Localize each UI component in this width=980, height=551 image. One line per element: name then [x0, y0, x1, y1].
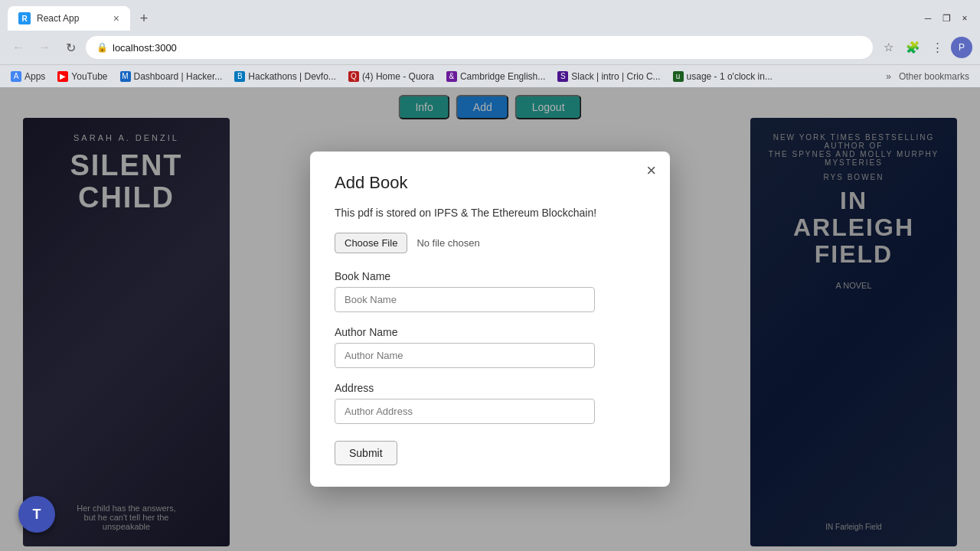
file-status-text: No file chosen [416, 237, 479, 249]
bookmarks-bar: A Apps ▶ YouTube M Dashboard | Hacker...… [0, 64, 980, 87]
bookmarks-more-button[interactable]: » [886, 71, 891, 82]
address-input[interactable] [335, 399, 595, 424]
bookmark-usage[interactable]: u usage - 1 o'clock in... [668, 70, 777, 83]
slack-bookmark-label: Slack | intro | Crio C... [571, 71, 660, 82]
refresh-button[interactable]: ↻ [60, 37, 81, 58]
youtube-bookmark-label: YouTube [71, 71, 107, 82]
other-bookmarks-button[interactable]: Other bookmarks [894, 70, 974, 83]
cambridge-bookmark-label: Cambridge English... [460, 71, 545, 82]
address-bar: ← → ↻ 🔒 localhost:3000 ☆ 🧩 ⋮ P [0, 31, 980, 64]
slack-bookmark-icon: S [557, 71, 568, 82]
browser-actions: ☆ 🧩 ⋮ P [877, 37, 972, 58]
title-bar: R React App × + ─ ❐ × [0, 0, 980, 31]
apps-bookmark-icon: A [11, 71, 21, 82]
author-name-input[interactable] [335, 343, 595, 368]
usage-bookmark-label: usage - 1 o'clock in... [687, 71, 773, 82]
quora-bookmark-label: (4) Home - Quora [362, 71, 434, 82]
quora-bookmark-icon: Q [348, 71, 359, 82]
star-icon[interactable]: ☆ [877, 37, 899, 58]
tab-favicon: R [18, 12, 31, 24]
address-label: Address [335, 382, 645, 394]
modal-overlay: Add Book × This pdf is stored on IPFS & … [0, 87, 980, 551]
book-name-input[interactable] [335, 287, 595, 312]
usage-bookmark-icon: u [673, 71, 684, 82]
bookmark-cambridge[interactable]: & Cambridge English... [442, 70, 550, 83]
floating-action-button[interactable]: T [18, 496, 55, 533]
window-controls: ─ ❐ × [920, 11, 972, 26]
modal-title: Add Book [335, 173, 645, 193]
author-name-label: Author Name [335, 326, 645, 338]
author-name-group: Author Name [335, 326, 645, 368]
bookmark-dashboard[interactable]: M Dashboard | Hacker... [116, 70, 227, 83]
hackathons-bookmark-label: Hackathons | Devfo... [248, 71, 336, 82]
url-bar[interactable]: 🔒 localhost:3000 [86, 36, 873, 59]
bookmark-apps[interactable]: A Apps [6, 70, 50, 83]
back-button[interactable]: ← [8, 37, 29, 58]
forward-button[interactable]: → [34, 37, 55, 58]
minimize-button[interactable]: ─ [920, 11, 936, 26]
maximize-button[interactable]: ❐ [939, 11, 954, 26]
address-group: Address [335, 382, 645, 424]
file-upload-row: Choose File No file chosen [335, 233, 645, 253]
browser-chrome: R React App × + ─ ❐ × ← → ↻ 🔒 localhost:… [0, 0, 980, 87]
bookmark-hackathons[interactable]: B Hackathons | Devfo... [230, 70, 341, 83]
url-text: localhost:3000 [113, 42, 177, 54]
bookmark-quora[interactable]: Q (4) Home - Quora [344, 70, 439, 83]
tab-label: React App [37, 13, 107, 24]
book-name-group: Book Name [335, 270, 645, 312]
bookmark-slack[interactable]: S Slack | intro | Crio C... [553, 70, 665, 83]
hackathons-bookmark-icon: B [234, 71, 245, 82]
profile-button[interactable]: P [951, 37, 972, 58]
close-window-button[interactable]: × [957, 11, 972, 26]
add-book-modal: Add Book × This pdf is stored on IPFS & … [310, 152, 670, 487]
modal-close-button[interactable]: × [646, 162, 656, 179]
tab-close-button[interactable]: × [113, 13, 119, 24]
extensions-icon[interactable]: 🧩 [902, 37, 923, 58]
choose-file-button[interactable]: Choose File [335, 233, 407, 253]
lock-icon: 🔒 [96, 42, 108, 53]
cambridge-bookmark-icon: & [446, 71, 457, 82]
menu-icon[interactable]: ⋮ [926, 37, 948, 58]
modal-subtitle: This pdf is stored on IPFS & The Ethereu… [335, 207, 645, 219]
apps-bookmark-label: Apps [24, 71, 45, 82]
submit-button[interactable]: Submit [335, 441, 397, 465]
youtube-bookmark-icon: ▶ [57, 71, 68, 82]
bookmark-youtube[interactable]: ▶ YouTube [53, 70, 112, 83]
book-name-label: Book Name [335, 270, 645, 282]
new-tab-button[interactable]: + [133, 8, 155, 29]
dashboard-bookmark-label: Dashboard | Hacker... [134, 71, 223, 82]
page-content: Info Add Logout SARAH A. DENZIL SILENTCH… [0, 87, 980, 551]
browser-tab[interactable]: R React App × [8, 6, 130, 31]
dashboard-bookmark-icon: M [120, 71, 131, 82]
